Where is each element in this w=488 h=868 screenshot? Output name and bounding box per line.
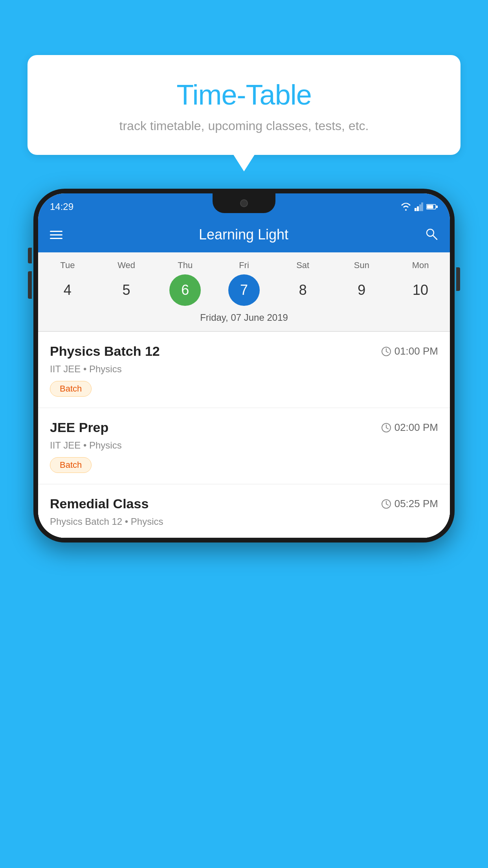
day-7-selected[interactable]: 7 <box>228 274 260 306</box>
day-4[interactable]: 4 <box>52 274 83 306</box>
svg-line-17 <box>386 504 388 505</box>
bubble-subtitle: track timetable, upcoming classes, tests… <box>43 119 445 133</box>
event-time-text-2: 02:00 PM <box>394 421 438 434</box>
day-label-thu: Thu <box>169 260 201 270</box>
bubble-title: Time-Table <box>43 79 445 111</box>
volume-up-button <box>28 248 32 263</box>
day-labels: Tue Wed Thu Fri Sat Sun Mon <box>38 260 450 270</box>
day-10[interactable]: 10 <box>405 274 436 306</box>
phone-screen: 14:29 <box>38 193 450 538</box>
app-title: Learning Light <box>74 226 413 243</box>
events-list: Physics Batch 12 01:00 PM IIT JEE • Phys… <box>38 332 450 538</box>
day-label-fri: Fri <box>228 260 260 270</box>
phone-frame: 14:29 <box>33 189 455 542</box>
speech-bubble-container: Time-Table track timetable, upcoming cla… <box>28 55 460 155</box>
svg-rect-6 <box>436 206 438 208</box>
signal-icon <box>415 202 423 211</box>
event-header-3: Remedial Class 05:25 PM <box>50 496 438 511</box>
day-6-today[interactable]: 6 <box>169 274 201 306</box>
event-time-text-1: 01:00 PM <box>394 345 438 357</box>
battery-icon <box>426 204 438 210</box>
svg-line-11 <box>386 351 388 353</box>
svg-line-8 <box>433 235 437 239</box>
clock-icon-2 <box>381 423 391 433</box>
event-subtitle-1: IIT JEE • Physics <box>50 364 438 375</box>
phone-notch <box>213 193 275 213</box>
wifi-icon <box>400 202 411 211</box>
event-time-2: 02:00 PM <box>381 421 438 434</box>
power-button <box>456 267 460 291</box>
day-9[interactable]: 9 <box>346 274 377 306</box>
batch-badge-1: Batch <box>50 381 92 397</box>
phone-container: 14:29 <box>33 189 455 542</box>
speech-bubble: Time-Table track timetable, upcoming cla… <box>28 55 460 155</box>
batch-badge-2: Batch <box>50 457 92 473</box>
event-subtitle-3: Physics Batch 12 • Physics <box>50 516 438 527</box>
event-title-2: JEE Prep <box>50 420 108 435</box>
event-header-2: JEE Prep 02:00 PM <box>50 420 438 435</box>
day-label-wed: Wed <box>111 260 142 270</box>
event-time-1: 01:00 PM <box>381 345 438 357</box>
clock-icon-3 <box>381 499 391 509</box>
selected-date-label: Friday, 07 June 2019 <box>38 312 450 327</box>
svg-rect-1 <box>417 206 419 211</box>
event-card-3[interactable]: Remedial Class 05:25 PM Physics Batch 12… <box>38 484 450 538</box>
event-subtitle-2: IIT JEE • Physics <box>50 440 438 451</box>
hamburger-menu-button[interactable] <box>50 231 62 239</box>
day-label-tue: Tue <box>52 260 83 270</box>
svg-rect-0 <box>415 208 416 211</box>
event-title-3: Remedial Class <box>50 496 149 511</box>
event-header-1: Physics Batch 12 01:00 PM <box>50 344 438 359</box>
day-label-mon: Mon <box>405 260 436 270</box>
volume-down-button <box>28 271 32 299</box>
clock-icon-1 <box>381 346 391 357</box>
svg-rect-2 <box>419 204 421 211</box>
day-label-sun: Sun <box>346 260 377 270</box>
event-card-2[interactable]: JEE Prep 02:00 PM IIT JEE • Physics Batc… <box>38 408 450 484</box>
status-time: 14:29 <box>50 201 73 212</box>
event-title-1: Physics Batch 12 <box>50 344 160 359</box>
event-card-1[interactable]: Physics Batch 12 01:00 PM IIT JEE • Phys… <box>38 332 450 408</box>
svg-rect-3 <box>421 202 423 211</box>
svg-rect-5 <box>427 205 433 209</box>
search-button[interactable] <box>425 227 438 242</box>
day-numbers: 4 5 6 7 8 9 10 <box>38 274 450 306</box>
event-time-text-3: 05:25 PM <box>394 498 438 510</box>
status-icons <box>400 202 438 211</box>
calendar-strip: Tue Wed Thu Fri Sat Sun Mon 4 5 6 7 8 9 … <box>38 252 450 331</box>
front-camera <box>240 199 248 207</box>
day-label-sat: Sat <box>287 260 319 270</box>
app-bar: Learning Light <box>38 217 450 252</box>
event-time-3: 05:25 PM <box>381 498 438 510</box>
day-5[interactable]: 5 <box>111 274 142 306</box>
svg-line-14 <box>386 428 388 429</box>
day-8[interactable]: 8 <box>287 274 319 306</box>
